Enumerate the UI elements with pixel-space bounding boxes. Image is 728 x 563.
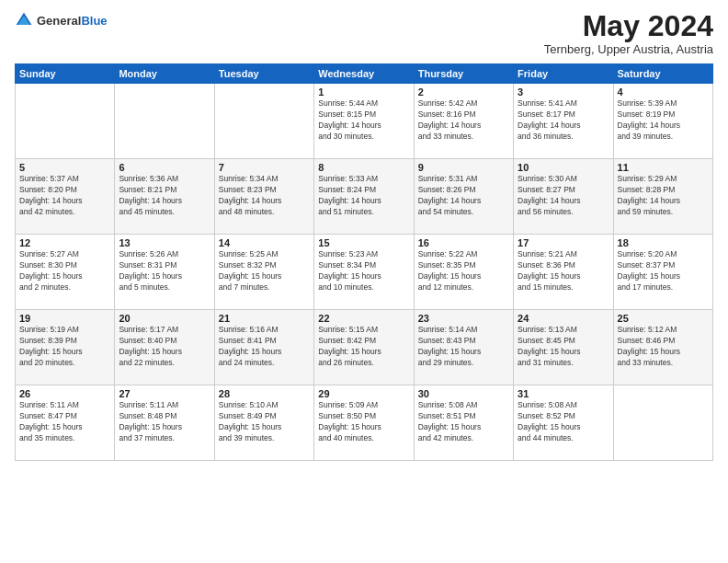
day-number: 27 — [119, 388, 210, 399]
day-info: Sunrise: 5:16 AMSunset: 8:41 PMDaylight:… — [219, 325, 310, 369]
day-info: Sunrise: 5:42 AMSunset: 8:16 PMDaylight:… — [418, 98, 509, 143]
location: Ternberg, Upper Austria, Austria — [544, 42, 713, 56]
table-row: 12Sunrise: 5:27 AMSunset: 8:30 PMDayligh… — [16, 235, 115, 310]
table-row: 28Sunrise: 5:10 AMSunset: 8:49 PMDayligh… — [214, 385, 313, 461]
table-row: 21Sunrise: 5:16 AMSunset: 8:41 PMDayligh… — [214, 310, 313, 385]
day-info: Sunrise: 5:30 AMSunset: 8:27 PMDaylight:… — [518, 174, 609, 218]
day-info: Sunrise: 5:34 AMSunset: 8:23 PMDaylight:… — [219, 174, 310, 218]
table-row: 20Sunrise: 5:17 AMSunset: 8:40 PMDayligh… — [115, 310, 214, 385]
day-info: Sunrise: 5:15 AMSunset: 8:42 PMDaylight:… — [318, 325, 409, 369]
day-number: 26 — [19, 388, 110, 399]
day-info: Sunrise: 5:14 AMSunset: 8:43 PMDaylight:… — [418, 325, 509, 369]
day-number: 9 — [418, 162, 509, 173]
logo-general: General — [37, 14, 81, 28]
day-info: Sunrise: 5:13 AMSunset: 8:45 PMDaylight:… — [518, 325, 609, 369]
table-row: 31Sunrise: 5:08 AMSunset: 8:52 PMDayligh… — [514, 385, 613, 461]
table-row — [115, 84, 214, 159]
logo-icon — [15, 11, 33, 29]
day-number: 19 — [19, 313, 110, 324]
day-info: Sunrise: 5:20 AMSunset: 8:37 PMDaylight:… — [618, 249, 709, 293]
day-number: 24 — [518, 313, 609, 324]
table-row: 18Sunrise: 5:20 AMSunset: 8:37 PMDayligh… — [613, 235, 712, 310]
calendar-table: Sunday Monday Tuesday Wednesday Thursday… — [15, 63, 713, 461]
day-number: 13 — [119, 237, 210, 248]
day-info: Sunrise: 5:11 AMSunset: 8:47 PMDaylight:… — [19, 400, 110, 444]
col-wednesday: Wednesday — [314, 64, 414, 84]
day-number: 25 — [618, 313, 709, 324]
table-row: 10Sunrise: 5:30 AMSunset: 8:27 PMDayligh… — [514, 159, 613, 235]
week-row-1: 1Sunrise: 5:44 AMSunset: 8:15 PMDaylight… — [16, 84, 713, 159]
table-row: 1Sunrise: 5:44 AMSunset: 8:15 PMDaylight… — [314, 84, 414, 159]
table-row: 14Sunrise: 5:25 AMSunset: 8:32 PMDayligh… — [214, 235, 313, 310]
table-row — [16, 84, 115, 159]
day-info: Sunrise: 5:44 AMSunset: 8:15 PMDaylight:… — [318, 98, 409, 143]
day-info: Sunrise: 5:37 AMSunset: 8:20 PMDaylight:… — [19, 174, 110, 218]
day-number: 22 — [318, 313, 409, 324]
day-info: Sunrise: 5:17 AMSunset: 8:40 PMDaylight:… — [119, 325, 210, 369]
day-number: 14 — [219, 237, 310, 248]
day-number: 6 — [119, 162, 210, 173]
day-info: Sunrise: 5:25 AMSunset: 8:32 PMDaylight:… — [219, 249, 310, 293]
day-number: 17 — [518, 237, 609, 248]
table-row: 23Sunrise: 5:14 AMSunset: 8:43 PMDayligh… — [414, 310, 513, 385]
table-row: 11Sunrise: 5:29 AMSunset: 8:28 PMDayligh… — [613, 159, 712, 235]
week-row-2: 5Sunrise: 5:37 AMSunset: 8:20 PMDaylight… — [16, 159, 713, 235]
table-row: 3Sunrise: 5:41 AMSunset: 8:17 PMDaylight… — [514, 84, 613, 159]
header: GeneralBlue May 2024 Ternberg, Upper Aus… — [15, 11, 713, 56]
day-number: 15 — [318, 237, 409, 248]
table-row: 9Sunrise: 5:31 AMSunset: 8:26 PMDaylight… — [414, 159, 513, 235]
table-row: 8Sunrise: 5:33 AMSunset: 8:24 PMDaylight… — [314, 159, 414, 235]
day-number: 11 — [618, 162, 709, 173]
day-number: 8 — [318, 162, 409, 173]
day-info: Sunrise: 5:09 AMSunset: 8:50 PMDaylight:… — [318, 400, 409, 444]
table-row: 5Sunrise: 5:37 AMSunset: 8:20 PMDaylight… — [16, 159, 115, 235]
page: GeneralBlue May 2024 Ternberg, Upper Aus… — [0, 0, 728, 563]
day-number: 23 — [418, 313, 509, 324]
col-saturday: Saturday — [613, 64, 712, 84]
day-info: Sunrise: 5:36 AMSunset: 8:21 PMDaylight:… — [119, 174, 210, 218]
day-info: Sunrise: 5:29 AMSunset: 8:28 PMDaylight:… — [618, 174, 709, 218]
table-row: 26Sunrise: 5:11 AMSunset: 8:47 PMDayligh… — [16, 385, 115, 461]
day-info: Sunrise: 5:21 AMSunset: 8:36 PMDaylight:… — [518, 249, 609, 293]
table-row: 13Sunrise: 5:26 AMSunset: 8:31 PMDayligh… — [115, 235, 214, 310]
day-info: Sunrise: 5:11 AMSunset: 8:48 PMDaylight:… — [119, 400, 210, 444]
col-tuesday: Tuesday — [214, 64, 313, 84]
day-info: Sunrise: 5:33 AMSunset: 8:24 PMDaylight:… — [318, 174, 409, 218]
table-row: 30Sunrise: 5:08 AMSunset: 8:51 PMDayligh… — [414, 385, 513, 461]
day-number: 18 — [618, 237, 709, 248]
day-info: Sunrise: 5:08 AMSunset: 8:51 PMDaylight:… — [418, 400, 509, 444]
table-row: 4Sunrise: 5:39 AMSunset: 8:19 PMDaylight… — [613, 84, 712, 159]
day-number: 21 — [219, 313, 310, 324]
table-row: 2Sunrise: 5:42 AMSunset: 8:16 PMDaylight… — [414, 84, 513, 159]
day-info: Sunrise: 5:23 AMSunset: 8:34 PMDaylight:… — [318, 249, 409, 293]
day-number: 7 — [219, 162, 310, 173]
day-info: Sunrise: 5:27 AMSunset: 8:30 PMDaylight:… — [19, 249, 110, 293]
day-number: 1 — [318, 86, 409, 98]
col-monday: Monday — [115, 64, 214, 84]
table-row: 7Sunrise: 5:34 AMSunset: 8:23 PMDaylight… — [214, 159, 313, 235]
table-row: 6Sunrise: 5:36 AMSunset: 8:21 PMDaylight… — [115, 159, 214, 235]
day-number: 2 — [418, 86, 509, 98]
day-number: 4 — [618, 86, 709, 98]
table-row: 25Sunrise: 5:12 AMSunset: 8:46 PMDayligh… — [613, 310, 712, 385]
logo: GeneralBlue — [15, 11, 108, 29]
day-number: 16 — [418, 237, 509, 248]
table-row: 29Sunrise: 5:09 AMSunset: 8:50 PMDayligh… — [314, 385, 414, 461]
week-row-4: 19Sunrise: 5:19 AMSunset: 8:39 PMDayligh… — [16, 310, 713, 385]
day-number: 10 — [518, 162, 609, 173]
day-number: 29 — [318, 388, 409, 399]
table-row: 19Sunrise: 5:19 AMSunset: 8:39 PMDayligh… — [16, 310, 115, 385]
day-info: Sunrise: 5:22 AMSunset: 8:35 PMDaylight:… — [418, 249, 509, 293]
title-area: May 2024 Ternberg, Upper Austria, Austri… — [544, 11, 713, 56]
day-number: 5 — [19, 162, 110, 173]
col-sunday: Sunday — [16, 64, 115, 84]
week-row-3: 12Sunrise: 5:27 AMSunset: 8:30 PMDayligh… — [16, 235, 713, 310]
day-number: 31 — [518, 388, 609, 399]
day-number: 28 — [219, 388, 310, 399]
day-info: Sunrise: 5:26 AMSunset: 8:31 PMDaylight:… — [119, 249, 210, 293]
day-info: Sunrise: 5:41 AMSunset: 8:17 PMDaylight:… — [518, 98, 609, 143]
col-friday: Friday — [514, 64, 613, 84]
table-row: 22Sunrise: 5:15 AMSunset: 8:42 PMDayligh… — [314, 310, 414, 385]
table-row: 27Sunrise: 5:11 AMSunset: 8:48 PMDayligh… — [115, 385, 214, 461]
day-number: 20 — [119, 313, 210, 324]
